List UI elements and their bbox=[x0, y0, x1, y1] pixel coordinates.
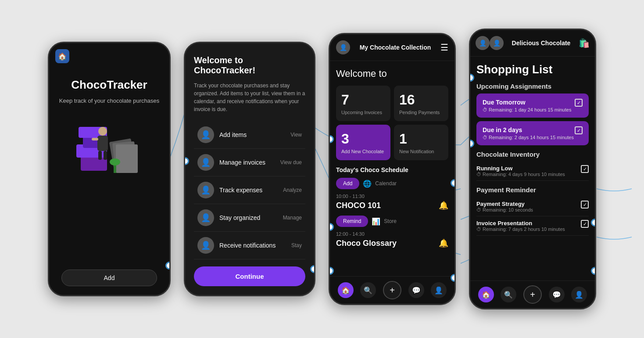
payment-item-2: Invoice Presentation ⏱ Remaining: 7 days… bbox=[476, 216, 589, 236]
schedule-name-1: CHOCO 101 bbox=[336, 201, 381, 210]
feature-label-4: Stay organized bbox=[219, 214, 278, 221]
connector-dot-4d bbox=[591, 267, 596, 275]
nav4-home[interactable]: 🏠 bbox=[478, 287, 494, 302]
connector-dot-1 bbox=[165, 262, 171, 270]
schedule-item-1: 10:00 - 11:30 CHOCO 101 🔔 bbox=[336, 194, 448, 210]
feature-label-3: Track expenses bbox=[219, 187, 278, 194]
bar-chart-icon[interactable]: 📊 bbox=[372, 217, 380, 226]
phone-3-header: 👤 My Chocolate Collection ☰ bbox=[330, 34, 454, 61]
page-title: Shopping List bbox=[476, 63, 589, 76]
feature-action-3: Analyze bbox=[283, 187, 302, 193]
inventory-item-1: Running Low ⏱ Remaining: 4 days 9 hours … bbox=[476, 162, 589, 181]
continue-button[interactable]: Continue bbox=[194, 266, 305, 286]
nav-home[interactable]: 🏠 bbox=[338, 282, 354, 298]
nav-search[interactable]: 🔍 bbox=[360, 282, 376, 298]
nav4-add[interactable]: + bbox=[523, 285, 542, 304]
payment-title-2: Invoice Presentation bbox=[476, 220, 565, 227]
bell-icon-1[interactable]: 🔔 bbox=[439, 201, 448, 210]
phone-3-header-title: My Chocolate Collection bbox=[354, 44, 437, 51]
feature-label-1: Add items bbox=[219, 131, 285, 138]
stat-label-1: Upcoming Invoices bbox=[341, 110, 385, 115]
phone-4-header: 👤 👤 Delicious Chocolate 🛍️ bbox=[470, 30, 595, 57]
connector-dot-4c bbox=[591, 219, 596, 227]
svg-rect-11 bbox=[104, 151, 107, 160]
avatar-organized: 👤 bbox=[197, 209, 214, 226]
store-label: Store bbox=[384, 218, 397, 224]
svg-rect-8 bbox=[97, 136, 108, 151]
feature-track-expenses[interactable]: 👤 Track expenses Analyze bbox=[194, 176, 305, 204]
menu-icon[interactable]: ☰ bbox=[440, 42, 448, 53]
inventory-sub-1: ⏱ Remaining: 4 days 9 hours 10 minutes bbox=[476, 172, 565, 177]
phone-1: 🏠 ChocoTracker Keep track of your chocol… bbox=[48, 42, 171, 296]
payment-checkbox-1[interactable]: ✓ bbox=[581, 201, 589, 209]
globe-icon[interactable]: 🌐 bbox=[363, 180, 372, 188]
stat-num-4: 1 bbox=[399, 131, 443, 147]
add-schedule-button[interactable]: Add bbox=[336, 178, 359, 189]
payment-checkbox-2[interactable]: ✓ bbox=[581, 220, 589, 228]
assignment-1: Due Tomorrow ⏱ Remaining: 1 day 24 hours… bbox=[476, 93, 589, 118]
header-avatar-4b: 👤 bbox=[490, 36, 504, 50]
bell-icon-2[interactable]: 🔔 bbox=[439, 238, 448, 248]
stat-new-notification: 1 New Notification bbox=[394, 125, 448, 160]
feature-label-2: Manage invoices bbox=[219, 159, 275, 166]
stat-label-3: Add New Chocolate bbox=[341, 149, 385, 154]
stat-num-1: 7 bbox=[341, 92, 385, 108]
app-subtitle: Keep track of your chocolate purchases bbox=[59, 97, 159, 105]
assignment-checkbox-2[interactable]: ✓ bbox=[575, 126, 583, 134]
stat-label-4: New Notification bbox=[399, 149, 443, 154]
phone-3: 👤 My Chocolate Collection ☰ Welcome to 7… bbox=[329, 33, 456, 305]
inventory-title-1: Running Low bbox=[476, 165, 565, 172]
avatar-track: 👤 bbox=[197, 182, 214, 198]
assignment-title-2: Due in 2 days bbox=[483, 126, 574, 133]
phone-2: Welcome to ChocoTracker! Track your choc… bbox=[184, 42, 315, 296]
connector-dot-3e bbox=[451, 274, 456, 282]
feature-label-5: Receive notifications bbox=[219, 242, 286, 249]
avatar-manage: 👤 bbox=[197, 154, 214, 171]
schedule-item-2: 12:00 - 14:30 Choco Glossary 🔔 bbox=[336, 231, 448, 248]
feature-action-1: View bbox=[290, 132, 302, 138]
nav4-chat[interactable]: 💬 bbox=[549, 287, 565, 302]
assignment-checkbox-1[interactable]: ✓ bbox=[575, 99, 583, 107]
feature-receive-notifications[interactable]: 👤 Receive notifications Stay bbox=[194, 232, 305, 259]
avatar-notif: 👤 bbox=[197, 237, 214, 254]
feature-action-2: View due bbox=[280, 159, 302, 165]
assignment-title-1: Due Tomorrow bbox=[483, 99, 571, 106]
app-title: ChocoTracker bbox=[71, 78, 147, 92]
stat-add-chocolate[interactable]: 3 Add New Chocolate bbox=[336, 125, 390, 160]
header-avatar-3: 👤 bbox=[336, 40, 350, 54]
stat-num-2: 16 bbox=[399, 92, 443, 108]
welcome-text: Welcome to bbox=[336, 68, 448, 79]
nav-chat[interactable]: 💬 bbox=[408, 282, 424, 298]
stat-upcoming-invoices: 7 Upcoming Invoices bbox=[336, 86, 390, 121]
remind-button[interactable]: Remind bbox=[336, 216, 368, 227]
nav-add[interactable]: + bbox=[383, 281, 401, 299]
schedule-time-2: 12:00 - 14:30 bbox=[336, 231, 448, 237]
nav4-search[interactable]: 🔍 bbox=[501, 287, 516, 302]
payment-sub-1: ⏱ Remaining: 10 seconds bbox=[476, 207, 533, 212]
schedule-title: Today's Choco Schedule bbox=[336, 166, 448, 173]
nav-profile[interactable]: 👤 bbox=[431, 282, 447, 298]
assignments-heading: Upcoming Assignments bbox=[476, 83, 589, 90]
nav4-profile[interactable]: 👤 bbox=[571, 287, 587, 302]
connector-dot-2b bbox=[310, 265, 315, 273]
svg-point-7 bbox=[98, 127, 107, 136]
add-button[interactable]: Add bbox=[61, 270, 157, 286]
inventory-checkbox-1[interactable]: ✓ bbox=[581, 165, 589, 173]
payment-heading: Payment Reminder bbox=[476, 186, 589, 194]
feature-action-5: Stay bbox=[291, 242, 302, 248]
payment-title-1: Payment Strategy bbox=[476, 201, 533, 207]
feature-add-items[interactable]: 👤 Add items View bbox=[194, 121, 305, 149]
assignment-sub-2: ⏱ Remaining: 2 days 14 hours 15 minutes bbox=[483, 135, 574, 140]
feature-manage-invoices[interactable]: 👤 Manage invoices View due bbox=[194, 149, 305, 176]
svg-rect-9 bbox=[92, 138, 98, 140]
feature-action-4: Manage bbox=[283, 215, 302, 221]
assignment-sub-1: ⏱ Remaining: 1 day 24 hours 15 minutes bbox=[483, 107, 571, 112]
phone-4-navbar: 🏠 🔍 + 💬 👤 bbox=[470, 280, 595, 308]
payment-sub-2: ⏱ Remaining: 7 days 2 hours 10 minutes bbox=[476, 227, 565, 232]
header-avatar-4a: 👤 bbox=[476, 36, 490, 50]
phone-4: 👤 👤 Delicious Chocolate 🛍️ Shopping List… bbox=[469, 29, 596, 309]
feature-stay-organized[interactable]: 👤 Stay organized Manage bbox=[194, 204, 305, 232]
bag-icon: 🛍️ bbox=[579, 38, 590, 48]
stat-num-3: 3 bbox=[341, 131, 385, 147]
schedule-time-1: 10:00 - 11:30 bbox=[336, 194, 448, 199]
